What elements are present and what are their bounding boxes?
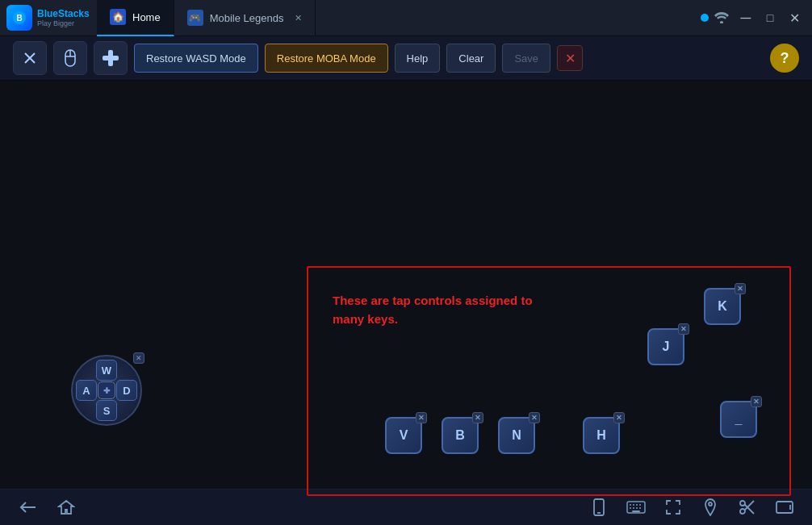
svg-point-21 bbox=[709, 502, 712, 506]
home-tab-icon: 🏠 bbox=[110, 9, 126, 25]
v-key-remove[interactable]: ✕ bbox=[416, 412, 427, 423]
a-key[interactable]: A bbox=[76, 380, 97, 401]
maximize-button[interactable]: □ bbox=[759, 6, 781, 29]
wasd-control: ✕ W A ✚ D S bbox=[71, 355, 144, 427]
svg-point-2 bbox=[720, 21, 723, 23]
status-dot bbox=[701, 14, 709, 22]
h-key-remove[interactable]: ✕ bbox=[613, 412, 625, 423]
bottom-right-controls bbox=[588, 496, 796, 519]
n-key-button[interactable]: N ✕ bbox=[498, 417, 535, 454]
wasd-remove-button[interactable]: ✕ bbox=[133, 352, 144, 364]
phone-portrait-icon[interactable] bbox=[588, 496, 610, 519]
v-key-button[interactable]: V ✕ bbox=[385, 417, 422, 454]
tab-close-icon[interactable]: ✕ bbox=[295, 13, 302, 23]
underscore-key-button[interactable]: _ ✕ bbox=[720, 401, 757, 438]
logo-area: B BlueStacks Play Bigger bbox=[0, 5, 97, 31]
expand-icon[interactable] bbox=[662, 496, 684, 519]
b-key-remove[interactable]: ✕ bbox=[472, 412, 483, 423]
toolbar-close-button[interactable]: ✕ bbox=[557, 45, 583, 71]
help-button[interactable]: Help bbox=[395, 44, 441, 73]
close-button[interactable]: ✕ bbox=[783, 6, 806, 29]
home-button[interactable] bbox=[55, 496, 77, 519]
back-button[interactable] bbox=[16, 496, 39, 519]
logo-tagline: Play Bigger bbox=[37, 19, 90, 27]
svg-text:B: B bbox=[16, 14, 22, 23]
w-key[interactable]: W bbox=[96, 360, 117, 381]
k-key-button[interactable]: K ✕ bbox=[704, 288, 741, 325]
center-key: ✚ bbox=[98, 381, 115, 399]
h-key-button[interactable]: H ✕ bbox=[583, 417, 620, 454]
crosshair-tool-button[interactable] bbox=[13, 41, 47, 75]
j-key-button[interactable]: J ✕ bbox=[647, 328, 684, 365]
minimize-button[interactable]: ─ bbox=[735, 6, 757, 29]
tab-home[interactable]: 🏠 Home bbox=[97, 0, 174, 36]
tab-mobile-legends-label: Mobile Legends bbox=[210, 12, 284, 24]
tab-mobile-legends[interactable]: 🎮 Mobile Legends ✕ bbox=[174, 0, 316, 36]
tap-controls-message: These are tap controls assigned to many … bbox=[333, 292, 559, 328]
j-key-remove[interactable]: ✕ bbox=[678, 323, 689, 335]
help-circle-button[interactable]: ? bbox=[770, 44, 799, 73]
underscore-key-remove[interactable]: ✕ bbox=[751, 396, 762, 407]
keyboard-icon[interactable] bbox=[625, 496, 647, 519]
restore-moba-button[interactable]: Restore MOBA Mode bbox=[265, 44, 388, 73]
scissors-icon[interactable] bbox=[736, 496, 759, 519]
b-key-button[interactable]: B ✕ bbox=[442, 417, 479, 454]
main-area: ✕ W A ✚ D S These are tap controls assig… bbox=[0, 81, 812, 489]
tap-controls-area: These are tap controls assigned to many … bbox=[307, 266, 791, 496]
title-bar: B BlueStacks Play Bigger 🏠 Home 🎮 Mobile… bbox=[0, 0, 812, 36]
s-key[interactable]: S bbox=[96, 400, 117, 421]
wifi-icon bbox=[710, 6, 733, 29]
location-icon[interactable] bbox=[699, 496, 722, 519]
svg-rect-8 bbox=[103, 56, 119, 60]
toolbar: Restore WASD Mode Restore MOBA Mode Help… bbox=[0, 36, 812, 81]
clear-button[interactable]: Clear bbox=[446, 44, 496, 73]
logo-icon: B bbox=[6, 5, 32, 31]
logo-text: BlueStacks Play Bigger bbox=[37, 8, 90, 27]
phone-landscape-icon[interactable] bbox=[773, 496, 796, 519]
k-key-remove[interactable]: ✕ bbox=[735, 283, 746, 294]
save-button[interactable]: Save bbox=[502, 44, 550, 73]
d-key[interactable]: D bbox=[116, 380, 137, 401]
bottom-left-controls bbox=[16, 496, 77, 519]
mouse-tool-button[interactable] bbox=[53, 41, 87, 75]
game-tab-icon: 🎮 bbox=[187, 10, 203, 26]
restore-wasd-button[interactable]: Restore WASD Mode bbox=[134, 44, 258, 73]
dpad-tool-button[interactable] bbox=[94, 41, 128, 75]
window-controls: ─ □ ✕ bbox=[701, 6, 812, 29]
logo-name: BlueStacks bbox=[37, 8, 90, 19]
wasd-circle: ✕ W A ✚ D S bbox=[71, 355, 142, 426]
n-key-remove[interactable]: ✕ bbox=[529, 412, 540, 423]
tab-home-label: Home bbox=[132, 11, 161, 23]
